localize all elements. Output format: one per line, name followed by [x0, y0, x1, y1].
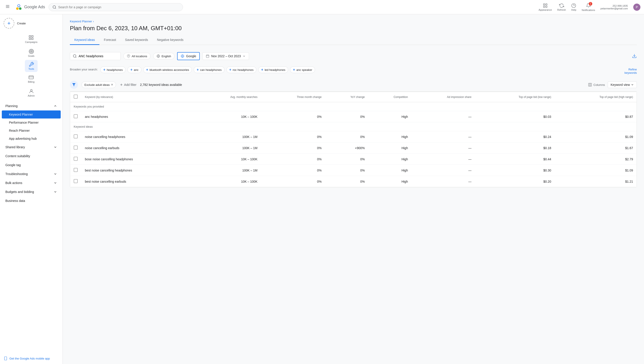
content-suitability-header[interactable]: Content suitability: [2, 152, 61, 160]
planning-section-header[interactable]: Planning: [2, 102, 61, 110]
cell-yoy-idea-4: 0%: [325, 176, 368, 187]
breadcrumb[interactable]: Keyword Planner ›: [70, 20, 637, 23]
svg-point-20: [31, 51, 32, 52]
row-checkbox-idea-4[interactable]: [74, 179, 78, 183]
header-top-page-low: Top of page bid (low range): [475, 92, 555, 102]
sidebar-item-tools[interactable]: Tools: [25, 60, 38, 72]
avatar[interactable]: P: [633, 4, 640, 11]
sidebar-item-performance-planner[interactable]: Performance Planner: [2, 118, 61, 126]
global-search-bar[interactable]: [49, 3, 183, 11]
cell-low-idea-0: $0.24: [475, 131, 555, 142]
shared-library-header[interactable]: Shared library: [2, 143, 61, 152]
tools-icon: [29, 62, 34, 67]
keyword-search-filter[interactable]: [70, 52, 121, 60]
create-button[interactable]: +: [4, 18, 14, 28]
download-button[interactable]: [632, 54, 637, 59]
network-icon: [181, 54, 184, 58]
sidebar-item-admin[interactable]: Admin: [28, 86, 35, 100]
network-filter[interactable]: Google: [177, 52, 200, 60]
tab-saved-keywords[interactable]: Saved keywords: [120, 35, 152, 45]
row-checkbox-idea-0[interactable]: [74, 134, 78, 138]
refine-keywords-button[interactable]: Refine keywords: [624, 66, 637, 74]
broaden-chip-headphones[interactable]: + headphones: [100, 66, 126, 73]
row-checkbox-idea-2[interactable]: [74, 157, 78, 161]
keyword-view-button[interactable]: Keyword view: [608, 82, 637, 88]
sidebar-item-goals[interactable]: Goals: [28, 46, 35, 60]
keyword-ideas-section-label: Keyword ideas: [70, 122, 636, 131]
header-avg-monthly: Avg. monthly searches: [192, 92, 261, 102]
keyword-table: Keyword (by relevance) Avg. monthly sear…: [70, 92, 636, 187]
table-row: bose noise cancelling headphones 10K – 1…: [70, 154, 636, 165]
sidebar-item-billing[interactable]: Billing: [28, 72, 35, 86]
cell-ad-idea-4: —: [411, 176, 475, 187]
sidebar-item-keyword-planner[interactable]: Keyword Planner: [2, 110, 61, 118]
cell-3m-idea-4: 0%: [261, 176, 325, 187]
select-all-checkbox[interactable]: [74, 94, 78, 98]
svg-point-18: [29, 49, 34, 54]
language-filter[interactable]: English: [153, 53, 174, 60]
sidebar-icons: Campaigns Goals Tools Billing: [0, 32, 63, 102]
google-tag-header[interactable]: Google tag: [2, 160, 61, 170]
broaden-chip-anc[interactable]: + anc: [127, 66, 141, 73]
row-checkbox-provided-0[interactable]: [74, 114, 78, 118]
cell-high-idea-3: $1.09: [555, 165, 636, 176]
broaden-chip-anc-speaker[interactable]: + anc speaker: [290, 66, 315, 73]
row-checkbox-idea-1[interactable]: [74, 146, 78, 150]
chevron-down-date-icon: [243, 54, 246, 58]
global-search-input[interactable]: [58, 5, 179, 9]
hamburger-menu[interactable]: [4, 2, 12, 12]
table-row: best noise cancelling earbuds 10K – 100K…: [70, 176, 636, 187]
add-filter-button[interactable]: Add filter: [120, 83, 136, 86]
svg-rect-37: [589, 83, 592, 86]
sidebar-item-reach-planner[interactable]: Reach Planner: [2, 126, 61, 134]
tab-negative-keywords[interactable]: Negative keywords: [152, 35, 188, 45]
sidebar-item-campaigns[interactable]: Campaigns: [25, 32, 38, 46]
goals-icon: [29, 49, 34, 54]
location-filter[interactable]: All locations: [123, 53, 150, 60]
bulk-actions-header[interactable]: Bulk actions: [2, 178, 61, 187]
broaden-chip-led-headphones[interactable]: + led headphones: [258, 66, 288, 73]
columns-button[interactable]: Columns: [588, 83, 605, 87]
tab-keyword-ideas[interactable]: Keyword ideas: [70, 35, 99, 45]
cell-keyword-idea-3: best noise cancelling headphones: [81, 165, 192, 176]
cell-ad-idea-2: —: [411, 154, 475, 165]
table-row: best noise cancelling headphones 100K – …: [70, 165, 636, 176]
sidebar: + Create Campaigns Goals Tools: [0, 14, 63, 364]
date-range-filter[interactable]: Nov 2022 – Oct 2023: [202, 52, 249, 60]
keyword-search-icon: [73, 54, 77, 58]
appearance-button[interactable]: Appearance: [539, 3, 552, 11]
budgets-bidding-header[interactable]: Budgets and bidding: [2, 187, 61, 196]
table-toolbar: Exclude adult ideas × Add filter 2,782 k…: [70, 78, 637, 92]
mobile-app-link[interactable]: Get the Google Ads mobile app: [0, 353, 63, 364]
notifications-button[interactable]: 1 Notifications: [582, 3, 595, 12]
row-checkbox-idea-3[interactable]: [74, 168, 78, 172]
exclude-adult-filter-tag[interactable]: Exclude adult ideas ×: [82, 82, 116, 88]
create-label: Create: [17, 22, 26, 25]
cell-ad-idea-1: —: [411, 142, 475, 154]
business-data-header[interactable]: Business data: [2, 196, 61, 205]
refresh-icon: [559, 3, 564, 8]
cell-avg-idea-1: 100K – 1M: [192, 142, 261, 154]
cell-3m-idea-2: 0%: [261, 154, 325, 165]
google-tag-section: Google tag: [0, 160, 63, 170]
troubleshooting-header[interactable]: Troubleshooting: [2, 170, 61, 178]
broaden-chip-can-headphones[interactable]: + can headphones: [194, 66, 225, 73]
keyword-search-input[interactable]: [79, 54, 118, 58]
refresh-button[interactable]: Refresh: [557, 3, 566, 11]
search-icon: [52, 5, 56, 9]
nav-actions: Appearance Refresh Help 1 Notifications: [539, 3, 640, 12]
broaden-chip-bluetooth[interactable]: + bluetooth wireless accessories: [143, 66, 192, 73]
plus-icon: [120, 83, 123, 86]
svg-point-23: [31, 90, 32, 91]
tab-forecast[interactable]: Forecast: [99, 35, 120, 45]
budgets-bidding-section: Budgets and bidding: [0, 187, 63, 196]
tabs-bar: Keyword ideas Forecast Saved keywords Ne…: [70, 35, 637, 45]
remove-filter-button[interactable]: ×: [111, 83, 113, 87]
cell-keyword-idea-4: best noise cancelling earbuds: [81, 176, 192, 187]
svg-rect-8: [543, 4, 545, 5]
broaden-chip-roc-headphones[interactable]: + roc headphones: [226, 66, 257, 73]
sidebar-item-app-advertising-hub[interactable]: App advertising hub: [2, 134, 61, 143]
billing-label: Billing: [28, 80, 35, 83]
cell-yoy-idea-3: 0%: [325, 165, 368, 176]
help-button[interactable]: Help: [571, 3, 576, 11]
